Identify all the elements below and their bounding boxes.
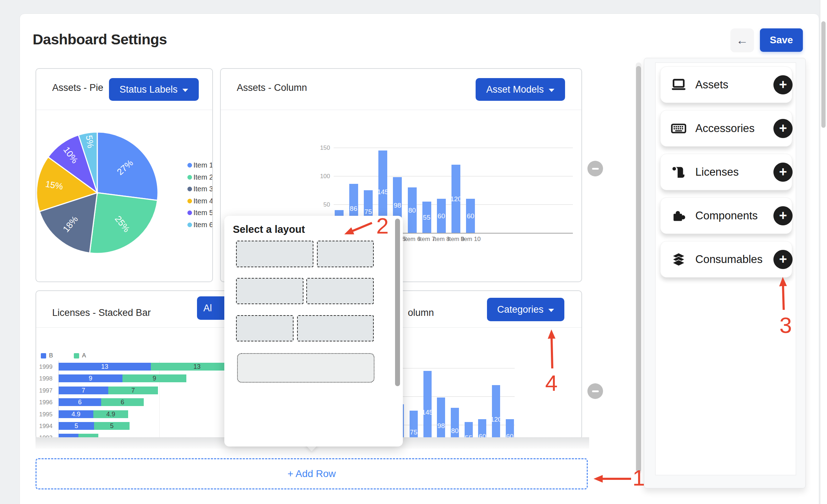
panel-title: Assets - Pie	[52, 82, 103, 93]
layout-option-5[interactable]	[317, 241, 374, 267]
segment-value-label: 5	[94, 422, 130, 430]
bar-value-label: 120	[487, 416, 505, 423]
sidebar-item-assets[interactable]: Assets +	[660, 66, 792, 103]
bar	[437, 398, 445, 439]
legend-item: Item 4	[193, 197, 213, 205]
panel-assets-pie: Assets - Pie Status Labels 27%25%18%15%1…	[35, 68, 213, 282]
row-category-label: 1995	[36, 411, 53, 418]
add-accessories-widget-button[interactable]: +	[773, 119, 793, 138]
popover-title: Select a layout	[233, 224, 305, 235]
remove-row-1-button[interactable]	[587, 161, 603, 176]
keyboard-icon	[670, 120, 687, 137]
gridline	[159, 361, 160, 439]
bar-value-label: 75	[359, 208, 377, 216]
sidebar-item-label: Components	[695, 209, 758, 222]
arrow-left-icon: ←	[736, 33, 748, 47]
sidebar-item-label: Accessories	[695, 122, 755, 135]
minus-icon	[592, 390, 599, 392]
bar	[423, 371, 432, 439]
layers-icon	[670, 251, 687, 268]
sidebar-item-label: Assets	[695, 78, 728, 91]
add-assets-widget-button[interactable]: +	[773, 75, 793, 94]
pie-chart: 27%25%18%15%10%5%Item 1Item 2Item 3Item …	[36, 110, 213, 282]
legend-swatch-a	[74, 353, 79, 358]
layout-popover: Select a layout	[224, 216, 403, 447]
legend-item: A	[82, 352, 86, 359]
segment-value-label: 6	[101, 399, 144, 406]
sidebar-item-consumables[interactable]: Consumables +	[660, 241, 792, 278]
pie-svg: 27%25%18%15%10%5%	[36, 110, 213, 282]
legend-dot	[187, 199, 192, 203]
segment-value-label: 7	[108, 387, 158, 394]
widget-sidebar: Assets + Accessories	[644, 58, 806, 488]
pie-datasource-dropdown[interactable]: Status Labels	[109, 78, 199, 101]
plus-icon: +	[779, 121, 787, 136]
layout-option-7[interactable]	[236, 241, 313, 267]
bar-value-label: 120	[447, 195, 465, 203]
sidebar-item-accessories[interactable]: Accessories +	[660, 110, 792, 147]
layout-option-6a[interactable]	[236, 278, 303, 304]
laptop-icon	[670, 77, 687, 93]
legend-item: Item 3	[193, 185, 213, 193]
minus-icon	[592, 168, 599, 170]
back-button[interactable]: ←	[730, 28, 754, 52]
y-tick-label: 50	[312, 201, 330, 208]
plus-icon: +	[779, 252, 787, 267]
bar	[492, 385, 500, 439]
layout-option-7b[interactable]	[297, 315, 374, 341]
layout-option-6b[interactable]	[306, 278, 374, 304]
legend-item: Item 2	[193, 173, 213, 181]
pie-slice-label: 5%	[84, 135, 96, 149]
plus-icon: +	[779, 77, 787, 92]
plus-icon: +	[779, 164, 787, 180]
license-icon	[670, 164, 687, 180]
sidebar-item-components[interactable]: Components +	[660, 197, 792, 234]
remove-row-2-button[interactable]	[587, 383, 603, 399]
annotation-4: 4	[545, 370, 558, 396]
legend-dot	[187, 163, 192, 168]
add-consumables-widget-button[interactable]: +	[773, 250, 793, 269]
plus-icon: +	[779, 208, 787, 223]
dropdown-label: Status Labels	[120, 84, 178, 95]
legend-item: Item 1	[193, 161, 213, 169]
page-scrollbar[interactable]	[821, 21, 826, 128]
segment-value-label: 13	[59, 363, 151, 371]
chevron-down-icon	[182, 89, 188, 92]
layout-option-5b[interactable]	[236, 315, 294, 341]
segment-value-label: 9	[122, 375, 186, 382]
x-category-label: Item 10	[457, 236, 484, 243]
popover-scrollbar[interactable]	[395, 219, 400, 386]
segment-value-label: 6	[59, 399, 101, 406]
save-button[interactable]: Save	[760, 28, 803, 52]
row-category-label: 1997	[36, 387, 53, 394]
sidebar-item-label: Licenses	[695, 166, 739, 179]
add-row-button[interactable]: + Add Row	[35, 458, 588, 489]
add-components-widget-button[interactable]: +	[773, 206, 793, 225]
row-category-label: 1994	[36, 423, 53, 430]
segment-value-label: 4.9	[59, 411, 93, 418]
y-tick-label: 150	[312, 144, 330, 152]
sidebar-item-licenses[interactable]: Licenses +	[660, 154, 792, 190]
row-category-label: 1996	[36, 399, 53, 406]
content-scrollbar[interactable]	[636, 66, 641, 472]
bar-value-label: 145	[418, 409, 436, 416]
segment-value-label: 7	[59, 387, 108, 394]
bar-value-label: 60	[462, 212, 480, 220]
widget-sidebar-panel: Assets + Accessories	[655, 62, 796, 475]
add-licenses-widget-button[interactable]: +	[773, 163, 793, 182]
annotation-2: 2	[376, 213, 389, 239]
bar-value-label: 145	[374, 188, 392, 196]
legend-swatch-b	[41, 353, 46, 358]
layout-option-12[interactable]	[237, 353, 374, 383]
annotation-1: 1	[632, 465, 645, 491]
sidebar-item-label: Consumables	[695, 253, 763, 266]
row-category-label: 1998	[36, 375, 53, 382]
legend-dot	[187, 175, 192, 180]
legend-item: Item 5	[193, 209, 213, 217]
annotation-3: 3	[779, 312, 792, 338]
bar-value-label: 80	[446, 427, 464, 435]
page-title: Dashboard Settings	[33, 31, 167, 48]
segment-value-label: 5	[59, 422, 94, 430]
bar-value-label: 75	[405, 428, 422, 436]
row-category-label: 1999	[36, 363, 53, 371]
